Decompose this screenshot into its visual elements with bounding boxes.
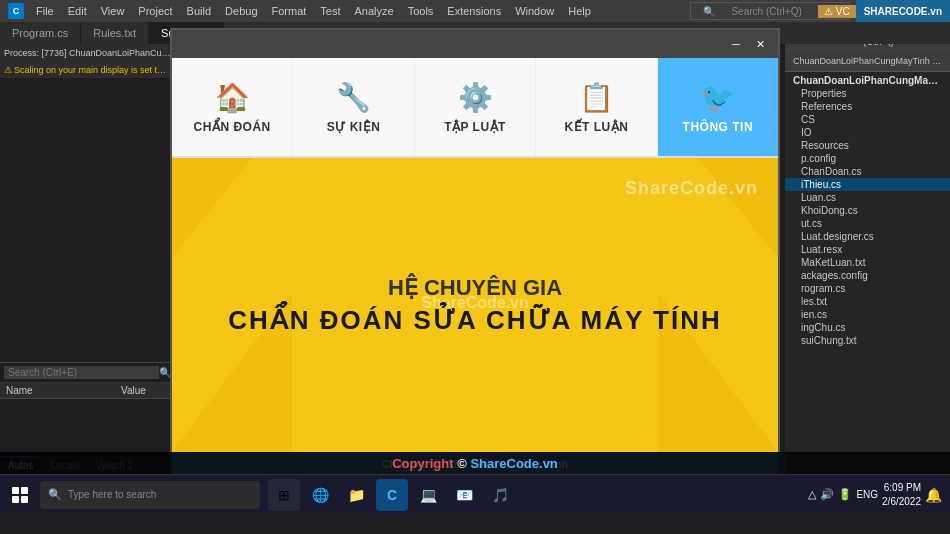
file-ut[interactable]: ut.cs [785,217,950,230]
nav-su-kien[interactable]: 🔧 SỰ KIỆN [293,58,414,156]
twitter-icon: 🐦 [700,81,735,114]
taskbar: 🔍 Type here to search ⊞ 🌐 📁 C 💻 📧 🎵 △ 🔊 … [0,474,950,514]
clock-time: 6:09 PM [882,481,921,495]
clock[interactable]: 6:09 PM 2/6/2022 [882,481,921,509]
title-bar-right: ⚠ VC SHARECODE.vn [818,0,950,22]
menu-tools[interactable]: Tools [402,3,440,19]
taskbar-icon-4[interactable]: 💻 [412,479,444,511]
project-folder[interactable]: ChuanDoanLoiPhanCungMayTinh [785,74,950,87]
taskbar-icon-6[interactable]: 🎵 [484,479,516,511]
file-khoidong[interactable]: KhoiDong.cs [785,204,950,217]
file-references[interactable]: References [785,100,950,113]
autos-columns: Name Value [0,383,175,399]
copyright-overlay: Copyright © ShareCode.vn [0,452,950,474]
file-les[interactable]: les.txt [785,295,950,308]
file-luat-resx[interactable]: Luat.resx [785,243,950,256]
file-io[interactable]: IO [785,126,950,139]
tab-rules-txt[interactable]: Rules.txt [81,22,149,44]
network-icon[interactable]: △ [808,488,816,501]
nav-ket-luan[interactable]: 📋 KẾT LUẬN [536,58,657,156]
nav-tap-luat[interactable]: ⚙️ TẬP LUẬT [415,58,536,156]
menu-project[interactable]: Project [132,3,178,19]
taskbar-icon-2[interactable]: 🌐 [304,479,336,511]
minimize-button[interactable]: ─ [726,36,746,52]
copyright-label: Copyright [392,456,453,471]
file-packages[interactable]: ackages.config [785,269,950,282]
taskbar-icon-1[interactable]: ⊞ [268,479,300,511]
taskbar-search-placeholder: Type here to search [68,489,156,500]
start-button[interactable] [0,475,40,515]
menu-help[interactable]: Help [562,3,597,19]
app-content: ShareCode.vn ShareCode.vn HỆ CHUYÊN GIA … [172,158,778,452]
menu-build[interactable]: Build [181,3,217,19]
taskbar-right: △ 🔊 🔋 ENG 6:09 PM 2/6/2022 🔔 [808,481,950,509]
clipboard-icon: 📋 [579,81,614,114]
app-title-sub: CHẨN ĐOÁN SỬA CHỮA MÁY TÍNH [228,305,721,336]
autos-col-value: Value [115,383,175,398]
scaling-warning: ⚠ Scaling on your main display is set to… [0,62,175,78]
file-ien[interactable]: ien.cs [785,308,950,321]
notification-icon[interactable]: 🔔 [925,487,942,503]
file-chandoan[interactable]: ChanDoan.cs [785,165,950,178]
taskbar-icon-5[interactable]: 📧 [448,479,480,511]
autos-search-input[interactable] [4,366,159,379]
sound-icon[interactable]: 🔊 [820,488,834,501]
lang-indicator[interactable]: ENG [856,489,878,500]
deco-triangle-tl [172,158,252,258]
nav-chan-doan[interactable]: 🏠 CHẨN ĐOÁN [172,58,293,156]
taskbar-icon-vscode[interactable]: C [376,479,408,511]
menu-debug[interactable]: Debug [219,3,263,19]
file-maketluan[interactable]: MaKetLuan.txt [785,256,950,269]
menu-edit[interactable]: Edit [62,3,93,19]
solution-explorer-panel: ↻ ▼ ⊞ ↻ 🔍 Solution Explorer (Ctrl+;) Chu… [785,22,950,492]
content-watermark: ShareCode.vn [625,178,758,199]
app-icon: C [8,3,24,19]
menu-file[interactable]: File [30,3,60,19]
menu-window[interactable]: Window [509,3,560,19]
menubar: C File Edit View Project Build Debug For… [0,0,950,22]
file-resources[interactable]: Resources [785,139,950,152]
taskbar-icon-3[interactable]: 📁 [340,479,372,511]
vc-badge: ⚠ VC [818,5,856,18]
menu-format[interactable]: Format [266,3,313,19]
warning-icon: ⚠ [4,65,12,75]
sys-tray: △ 🔊 🔋 ENG [808,488,878,501]
file-tree: ChuanDoanLoiPhanCungMayTinh Properties R… [785,72,950,492]
autos-col-name: Name [0,383,115,398]
menu-view[interactable]: View [95,3,131,19]
file-luan[interactable]: Luan.cs [785,191,950,204]
app-window: ─ ✕ 🏠 CHẨN ĐOÁN 🔧 SỰ KIỆN ⚙️ TẬP LUẬT 📋 … [170,28,780,478]
process-bar: Process: [7736] ChuanDoanLoiPhanCungM... [0,44,175,62]
search-icon: 🔍 [697,4,721,19]
tab-program-cs[interactable]: Program.cs [0,22,81,44]
close-button[interactable]: ✕ [750,36,770,52]
menu-analyze[interactable]: Analyze [349,3,400,19]
gear-icon: ⚙️ [458,81,493,114]
sharecode-label: ShareCode.vn [470,456,557,471]
window-controls: ─ ✕ [726,36,770,52]
nav-ket-luan-label: KẾT LUẬN [564,120,628,134]
project-title: ChuanDoanLoiPhanCungMayTinh (1 of 1 proj… [785,50,950,72]
nav-tap-luat-label: TẬP LUẬT [444,120,506,134]
file-ingchu[interactable]: ingChu.cs [785,321,950,334]
file-ithieu[interactable]: iThieu.cs [785,178,950,191]
battery-icon[interactable]: 🔋 [838,488,852,501]
home-icon: 🏠 [215,81,250,114]
autos-search-bar: 🔍 [0,363,175,383]
file-pconfig[interactable]: p.config [785,152,950,165]
file-rogram[interactable]: rogram.cs [785,282,950,295]
menu-test[interactable]: Test [314,3,346,19]
project-label: ChuanDoanLoiPhanCungMayTinh (1 of 1 proj… [793,56,942,66]
app-navbar: 🏠 CHẨN ĐOÁN 🔧 SỰ KIỆN ⚙️ TẬP LUẬT 📋 KẾT … [172,58,778,158]
file-suichung[interactable]: suiChung.txt [785,334,950,347]
nav-thong-tin-label: THÔNG TIN [683,120,754,134]
nav-thong-tin[interactable]: 🐦 THÔNG TIN [658,58,778,156]
warning-icon: ⚠ [824,6,833,17]
file-properties[interactable]: Properties [785,87,950,100]
file-cs[interactable]: CS [785,113,950,126]
taskbar-search[interactable]: 🔍 Type here to search [40,481,260,509]
file-luat-designer[interactable]: Luat.designer.cs [785,230,950,243]
process-label: Process: [7736] ChuanDoanLoiPhanCungM... [4,48,171,58]
menu-extensions[interactable]: Extensions [441,3,507,19]
nav-chan-doan-label: CHẨN ĐOÁN [194,120,271,134]
